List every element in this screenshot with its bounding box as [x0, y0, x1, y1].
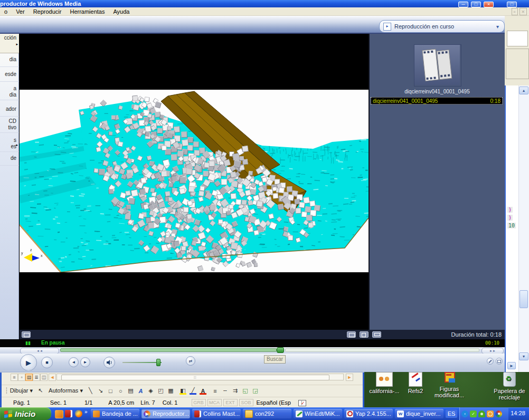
quicklaunch-outlook-icon[interactable] — [55, 410, 63, 418]
status-at[interactable]: A 20,5 cm — [108, 399, 134, 406]
sidebar-item-copy-to-cd[interactable]: CD tivo — [0, 117, 19, 133]
taskbar-button-bandeja[interactable]: Bandeja de ... — [91, 409, 139, 418]
arrow-tool-button[interactable]: ↘ — [96, 386, 105, 395]
shuffle-button[interactable]: ⇄ — [186, 356, 195, 366]
line-color-button[interactable]: ╱ — [188, 386, 197, 395]
playlist-row[interactable]: diqcierreinv041_0001_0495 0:18 — [371, 97, 503, 104]
scheduler-clock-icon[interactable] — [487, 411, 494, 417]
menu-herramientas[interactable]: Herramientas — [65, 8, 109, 15]
insert-picture-button[interactable]: ▦ — [166, 386, 175, 395]
close-icon[interactable]: × — [484, 2, 494, 7]
flag-mca[interactable]: MCA — [207, 399, 222, 406]
flag-grb[interactable]: GRB — [192, 399, 206, 406]
toolbar-grip[interactable]: ┆ — [5, 387, 8, 394]
scroll-right-small-icon[interactable]: ► — [507, 362, 516, 369]
arrow-style-button[interactable]: ⇉ — [231, 386, 240, 395]
view-reading-button[interactable]: ◫ — [40, 374, 48, 381]
show-equalizer-button[interactable] — [22, 331, 31, 338]
color-wheel-icon[interactable] — [495, 411, 502, 417]
sidebar-item-now-playing[interactable]: cción ▸ — [0, 34, 19, 53]
play-button[interactable]: ▶ — [20, 354, 37, 371]
sidebar-item-copy-from-cd[interactable]: esde — [0, 70, 19, 82]
editor-vscroll-track[interactable] — [518, 85, 529, 372]
quicklaunch-firefox-icon[interactable] — [75, 410, 82, 417]
view-normal-button[interactable]: ≡ — [11, 374, 18, 381]
oval-tool-button[interactable]: ○ — [116, 386, 125, 395]
desktop-icon-figuras[interactable]: Figuras modificad... — [432, 372, 467, 398]
desktop-icon-california[interactable]: california-... — [369, 372, 400, 394]
fill-color-button[interactable]: ◧ — [178, 386, 187, 395]
status-position[interactable]: 1/1 — [84, 399, 92, 406]
desktop-icon-recycle-bin[interactable]: ♻ Papelera de reciclaje — [492, 372, 527, 400]
menu-ver[interactable]: Ver — [12, 8, 29, 15]
sidebar-item-media-guide[interactable]: dia — [0, 55, 19, 67]
taskbar-button-reproductor[interactable]: ▶ Reproductor... — [141, 409, 190, 418]
menu-ayuda[interactable]: Ayuda — [109, 8, 134, 15]
seek-track-remaining[interactable] — [285, 348, 479, 352]
start-button[interactable]: Inicio — [0, 407, 51, 420]
status-column[interactable]: Col. 1 — [163, 399, 178, 406]
seek-thumb[interactable] — [277, 347, 284, 353]
taskbar-button-con292[interactable]: con292 — [243, 409, 291, 418]
scroll-right-icon[interactable]: ► — [346, 374, 353, 381]
status-page[interactable]: Pág. 1 — [13, 399, 30, 406]
line-style-button[interactable]: ≡ — [211, 386, 220, 395]
mute-button[interactable] — [103, 357, 115, 368]
diagram-button[interactable]: ◈ — [146, 386, 155, 395]
hide-icons-icon[interactable]: ‹ — [461, 411, 468, 417]
stop-button[interactable]: ■ — [41, 357, 53, 368]
sidebar-item-radio-tuner[interactable]: ador — [0, 105, 19, 117]
scroll-left-icon[interactable]: ◄ — [49, 374, 56, 381]
hscroll-thumb[interactable]: ⦙⦙⦙ — [61, 375, 329, 380]
wmp-titlebar[interactable]: productor de Windows Media ─ □ × □ × — [0, 0, 529, 7]
next-button[interactable]: ► — [80, 357, 90, 367]
flag-ext[interactable]: EXT — [223, 399, 238, 406]
text-box-button[interactable]: ▤ — [126, 386, 135, 395]
scroll-up-icon[interactable]: ▴ — [519, 87, 528, 94]
view-compact-button[interactable] — [360, 331, 369, 338]
minimize-icon[interactable]: ─ — [458, 2, 468, 7]
sidebar-item-skin-chooser[interactable]: de — [0, 154, 19, 166]
bg-maximize-icon[interactable]: □ — [507, 2, 517, 7]
spellcheck-book-icon[interactable]: ✓ — [298, 399, 306, 406]
previous-button[interactable]: ◄ — [69, 357, 79, 367]
volume-thumb[interactable] — [156, 359, 160, 366]
language-indicator[interactable]: ES — [446, 409, 457, 418]
view-print-layout-button[interactable]: ▤ — [25, 374, 33, 381]
autoshapes-menu-button[interactable]: Autoformas ▾ — [49, 387, 83, 394]
chevron-down-icon[interactable]: ▾ — [496, 24, 499, 30]
quicklaunch-overflow-chevron[interactable]: » — [84, 409, 88, 415]
status-line[interactable]: Lín. 7 — [140, 399, 155, 406]
quicklaunch-dictionary-icon[interactable] — [65, 410, 72, 417]
now-playing-header[interactable]: ▸ Reproducción en curso ▾ — [379, 20, 505, 33]
wordart-button[interactable]: A — [136, 386, 145, 395]
desktop-icon-refs2[interactable]: Refs2 — [402, 372, 429, 394]
view-web-button[interactable]: ▫ — [18, 374, 25, 381]
view-fullscreen-button[interactable] — [347, 331, 356, 338]
sidebar-item-media-library[interactable]: a dia — [0, 84, 19, 100]
flag-sob[interactable]: SOB — [239, 399, 253, 406]
view-outline-button[interactable]: ≣ — [33, 374, 40, 381]
rectangle-tool-button[interactable]: □ — [106, 386, 115, 395]
taskbar-button-winedt[interactable]: WinEdt/MiK... — [294, 409, 342, 418]
video-thumbnail[interactable] — [414, 44, 461, 87]
status-section[interactable]: Sec. 1 — [50, 399, 67, 406]
taskbar-clock[interactable]: 14:28 — [508, 410, 528, 416]
shadow-style-button[interactable]: ◱ — [241, 386, 250, 395]
horizontal-scrollbar[interactable]: ⦙⦙⦙ — [56, 374, 344, 380]
taskbar-button-yap[interactable]: Yap 2.4.155... — [344, 409, 393, 418]
color-chooser-button[interactable] — [487, 358, 494, 365]
scroll-down-icon[interactable]: ▾ — [519, 352, 528, 360]
volume-track[interactable] — [122, 362, 162, 363]
editor-vscroll-thumb[interactable] — [519, 290, 528, 308]
taskbar-button-collins[interactable]: Collins Mast... — [192, 409, 241, 418]
threed-style-button[interactable]: ◲ — [251, 386, 260, 395]
messenger-icon[interactable]: ✓ — [470, 411, 477, 417]
skin-anchor-button[interactable] — [496, 358, 503, 365]
select-objects-button[interactable]: ↖ — [36, 386, 45, 395]
menu-reproducir[interactable]: Reproducir — [29, 8, 66, 15]
view-playlist-button[interactable] — [372, 331, 381, 338]
status-language[interactable]: Español (Esp — [257, 399, 291, 406]
taskbar-button-dique[interactable]: W dique_inver... — [395, 409, 443, 418]
status-person-icon[interactable] — [478, 411, 485, 417]
